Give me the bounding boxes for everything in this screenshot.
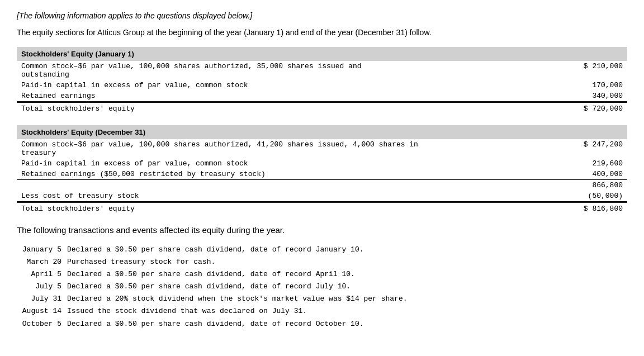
dec31-total-label: Total stockholders' equity: [17, 202, 475, 215]
dec31-less-row: Less cost of treasury stock (50,000): [17, 191, 627, 202]
trans-desc-3: Declared a $0.50 per share cash dividend…: [67, 268, 627, 281]
trans-desc-7: Declared a $0.50 per share cash dividend…: [67, 318, 627, 330]
intro-main-text: The equity sections for Atticus Group at…: [17, 28, 627, 37]
trans-date-4: July 5: [17, 281, 67, 293]
trans-desc-4: Declared a $0.50 per share cash dividend…: [67, 281, 627, 293]
dec31-row-3: Retained earnings ($50,000 restricted by…: [17, 169, 627, 180]
dec31-subtotal-row: 866,800: [17, 180, 627, 191]
jan1-row1-amount: $ 210,000: [475, 61, 627, 80]
jan1-total-label: Total stockholders' equity: [17, 102, 475, 115]
transactions-title: The following transactions and events af…: [17, 225, 627, 235]
trans-desc-6: Issued the stock dividend that was decla…: [67, 305, 627, 317]
dec31-row-2: Paid-in capital in excess of par value, …: [17, 158, 627, 169]
trans-desc-1: Declared a $0.50 per share cash dividend…: [67, 244, 627, 256]
jan1-row3-label: Retained earnings: [17, 91, 475, 102]
jan1-row-3: Retained earnings 340,000: [17, 91, 627, 102]
jan1-row3-amount: 340,000: [475, 91, 627, 102]
trans-date-5: July 31: [17, 293, 67, 305]
trans-date-6: August 14: [17, 305, 67, 317]
jan1-row2-label: Paid-in capital in excess of par value, …: [17, 80, 475, 91]
dec31-subtotal-amount: 866,800: [475, 180, 627, 191]
dec31-row2-label: Paid-in capital in excess of par value, …: [17, 158, 475, 169]
dec31-less-label: Less cost of treasury stock: [17, 191, 475, 202]
dec31-subtotal-label: [17, 180, 475, 191]
jan1-row1-label: Common stock–$6 par value, 100,000 share…: [17, 61, 475, 80]
dec31-header: Stockholders' Equity (December 31): [17, 125, 627, 139]
dec31-total-row: Total stockholders' equity $ 816,800: [17, 202, 627, 215]
dec31-equity-table: Stockholders' Equity (December 31) Commo…: [17, 125, 627, 214]
intro-bracket-text: [The following information applies to th…: [17, 11, 627, 20]
list-item: March 20 Purchased treasury stock for ca…: [17, 256, 627, 268]
list-item: August 14 Issued the stock dividend that…: [17, 305, 627, 317]
transactions-list: January 5 Declared a $0.50 per share cas…: [17, 244, 627, 330]
jan1-row-1: Common stock–$6 par value, 100,000 share…: [17, 61, 627, 80]
jan1-header: Stockholders' Equity (January 1): [17, 47, 627, 61]
dec31-row1-amount: $ 247,200: [475, 139, 627, 158]
list-item: October 5 Declared a $0.50 per share cas…: [17, 318, 627, 330]
dec31-total-amount: $ 816,800: [475, 202, 627, 215]
jan1-row2-amount: 170,000: [475, 80, 627, 91]
dec31-row2-amount: 219,600: [475, 158, 627, 169]
list-item: April 5 Declared a $0.50 per share cash …: [17, 268, 627, 281]
dec31-less-amount: (50,000): [475, 191, 627, 202]
trans-date-7: October 5: [17, 318, 67, 330]
list-item: January 5 Declared a $0.50 per share cas…: [17, 244, 627, 256]
trans-date-1: January 5: [17, 244, 67, 256]
jan1-row-2: Paid-in capital in excess of par value, …: [17, 80, 627, 91]
dec31-row-1: Common stock–$6 par value, 100,000 share…: [17, 139, 627, 158]
jan1-equity-table: Stockholders' Equity (January 1) Common …: [17, 47, 627, 114]
list-item: July 31 Declared a 20% stock dividend wh…: [17, 293, 627, 305]
trans-desc-5: Declared a 20% stock dividend when the s…: [67, 293, 627, 305]
jan1-total-row: Total stockholders' equity $ 720,000: [17, 102, 627, 115]
dec31-row3-amount: 400,000: [475, 169, 627, 180]
dec31-row1-label: Common stock–$6 par value, 100,000 share…: [17, 139, 475, 158]
trans-date-2: March 20: [17, 256, 67, 268]
trans-desc-2: Purchased treasury stock for cash.: [67, 256, 627, 268]
dec31-row3-label: Retained earnings ($50,000 restricted by…: [17, 169, 475, 180]
list-item: July 5 Declared a $0.50 per share cash d…: [17, 281, 627, 293]
jan1-total-amount: $ 720,000: [475, 102, 627, 115]
trans-date-3: April 5: [17, 268, 67, 281]
